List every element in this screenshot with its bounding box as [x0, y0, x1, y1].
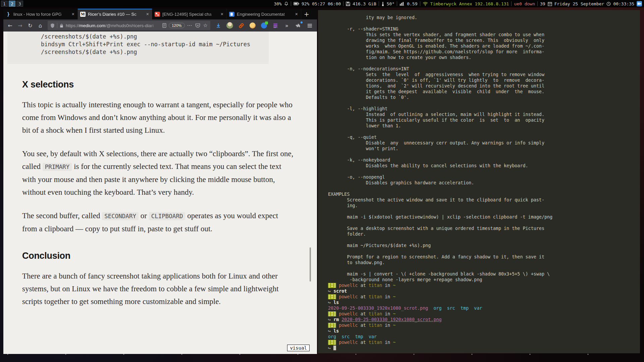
url-scheme: https:// [66, 23, 79, 28]
bell-icon [284, 1, 288, 6]
prompt-line: [I] powellc at titan in ~ [328, 322, 640, 328]
article-paragraph: You see, by default with X selections, t… [22, 147, 294, 199]
thermometer-icon [381, 1, 384, 6]
status-separator [511, 1, 512, 6]
man-page-output: ity may be ignored. -r, --shader=STRING … [328, 15, 640, 283]
desktop: { "statusbar": { "workspaces": [ {"label… [0, 0, 644, 362]
inline-code: SECONDARY [102, 212, 139, 220]
home-button[interactable]: ⌂ [36, 21, 45, 30]
account-avatar [226, 22, 233, 29]
man-line [328, 152, 640, 157]
page-action-icons: ⋯☆ [187, 22, 208, 28]
reload-button[interactable]: ↻ [25, 21, 35, 30]
man-line [328, 208, 640, 214]
tab-4[interactable]: Engineering Documentat× [227, 9, 301, 19]
workspace-button-3[interactable]: 3 [16, 1, 23, 7]
status-text: 92% 05:27 06:00 [302, 1, 341, 6]
man-line: -o, --noopengl [328, 174, 640, 180]
tab-close-icon[interactable]: × [146, 11, 150, 17]
chain-link-icon[interactable] [236, 21, 246, 30]
app-menu-icon[interactable] [305, 21, 314, 30]
man-line: Disables the ability to cancel selection… [328, 163, 640, 169]
man-line: -k, --nokeyboard [328, 157, 640, 163]
man-line: -r, --shader=STRING [328, 26, 640, 32]
man-line: -q, --quiet [328, 134, 640, 140]
man-line: drawing the final framebuffer to the scr… [328, 38, 640, 43]
man-line: Sets the level of aggressiveness when tr… [328, 72, 640, 77]
tab-1[interactable]: }linux - How to force GPG× [3, 9, 78, 19]
man-line: it gets the deepest available visible ch… [328, 89, 640, 95]
prompt-line: [I] powellc at titan in ~ [328, 311, 640, 317]
pocket-icon[interactable] [195, 23, 200, 28]
back-button[interactable]: ← [5, 21, 15, 30]
url-bar[interactable]: https://medium.com/@mrhuds0n/ricers-diar… [48, 21, 210, 30]
man-line [328, 237, 640, 243]
section-heading: X selections [22, 79, 294, 90]
emoji-face-icon[interactable] [248, 21, 257, 30]
jira-favicon [155, 12, 160, 17]
forward-button[interactable]: → [15, 21, 25, 30]
workspace-button-1[interactable]: 1 [1, 1, 8, 7]
prompt-badge: [I] [328, 294, 336, 299]
cmd-line: ↪ scrot [328, 288, 640, 294]
extensions-puzzle-icon[interactable] [293, 21, 303, 30]
tab-close-icon[interactable]: × [220, 11, 224, 17]
browser-viewport: /screenshots/$(date +%s).png bindsym Ctr… [3, 32, 317, 354]
prompt-badge: [I] [328, 323, 336, 328]
terminal-window[interactable]: ity may be ignored. -r, --shader=STRING … [318, 10, 640, 353]
reader-mode-icon[interactable] [162, 23, 166, 28]
nav-buttons: ←→↻⌂ [5, 21, 45, 30]
url-domain: medium.com [79, 23, 105, 28]
bookmark-star-icon[interactable]: ☆ [203, 22, 208, 28]
scrollbar-thumb[interactable] [310, 247, 311, 282]
man-line [328, 20, 640, 26]
tab-close-icon[interactable]: × [294, 11, 299, 17]
status-text: 39 [540, 1, 545, 6]
wifi-icon [423, 2, 428, 6]
firefox-window: }linux - How to force GPG×MRicer’s Diari… [3, 9, 317, 354]
tab-3[interactable]: [ENG-12495] Special cha× [152, 9, 227, 19]
status-text: 0.59 [407, 1, 417, 6]
status-text: 30% [274, 1, 281, 6]
tracking-shield-icon[interactable] [50, 23, 55, 28]
out-line: 2020-09-25-003330_1920x1080_scrot.png or… [328, 305, 640, 311]
floppy-icon [346, 2, 350, 6]
man-line [328, 169, 640, 174]
terminal-cursor [333, 346, 336, 350]
man-line [328, 265, 640, 271]
man-line: folder. [328, 231, 640, 237]
circle-badge-icon[interactable] [259, 21, 269, 30]
toolbar-extension-icons: » [213, 21, 315, 30]
overflow-chevron-icon[interactable]: » [282, 21, 291, 30]
man-line: ing. [328, 203, 640, 208]
url-path: /@mrhuds0n/ricers-diari [105, 23, 154, 28]
status-text: ue0 down [514, 1, 535, 6]
new-tab-button[interactable]: + [301, 9, 312, 19]
tab-close-icon[interactable]: × [71, 11, 75, 17]
calendar-icon [548, 2, 552, 6]
tray-icon[interactable] [637, 1, 642, 6]
lock-icon[interactable] [60, 23, 63, 28]
man-line: tion on how to create your own shaders. [328, 55, 640, 60]
zoom-level-badge[interactable]: 120% [169, 23, 184, 28]
out-line: org src tmp var [328, 334, 640, 340]
page-actions-icon[interactable]: ⋯ [187, 22, 192, 28]
man-line: -l, --highlight [328, 106, 640, 112]
tab-2[interactable]: MRicer’s Diaries #10 — Sc× [78, 9, 152, 19]
circle-badge [261, 22, 267, 28]
man-line: Defaults to `0'. [328, 95, 640, 100]
status-separator [379, 1, 379, 6]
status-separator [420, 1, 420, 6]
man-line [328, 100, 640, 106]
inline-code: CLIPBOARD [149, 212, 185, 220]
navigation-toolbar: ←→↻⌂ https://medium.com/@mrhuds0n/ricers… [3, 19, 317, 32]
man-line: This sets the vertex shader, and fragmen… [328, 32, 640, 38]
workspace-button-2[interactable]: 2 [9, 1, 15, 7]
downloads-icon[interactable] [214, 21, 223, 30]
account-avatar-icon[interactable] [225, 21, 234, 30]
url-text[interactable]: https://medium.com/@mrhuds0n/ricers-diar… [66, 23, 160, 28]
man-line: works when OpenGL is enabled. The shader… [328, 43, 640, 49]
prompt-line: [I] powellc at titan in ~ [328, 283, 640, 288]
stack-extension-icon[interactable] [271, 21, 280, 30]
doc-favicon [229, 12, 234, 17]
